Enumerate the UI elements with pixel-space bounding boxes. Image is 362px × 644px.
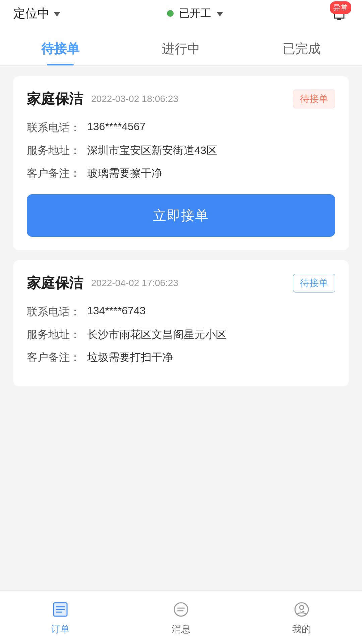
work-status-area[interactable]: 已开工 [167,6,223,21]
order-info-1: 联系电话： 136****4567 服务地址： 深圳市宝安区新安街道43区 客户… [27,120,335,181]
phone-row-2: 联系电话： 134****6743 [27,305,335,319]
nav-item-orders[interactable]: 订单 [50,599,70,636]
tabs-container: 待接单 进行中 已完成 [0,27,362,66]
online-dot-icon [167,10,174,17]
tab-pending-label: 待接单 [41,40,79,57]
accept-order-button-1[interactable]: 立即接单 [27,194,335,237]
address-row-1: 服务地址： 深圳市宝安区新安街道43区 [27,143,335,158]
phone-value-1: 136****4567 [87,120,145,133]
nav-mine-label: 我的 [292,623,311,636]
address-value-1: 深圳市宝安区新安街道43区 [87,143,217,158]
phone-row-1: 联系电话： 136****4567 [27,120,335,135]
nav-item-mine[interactable]: 我的 [292,599,312,636]
svg-point-12 [303,611,304,612]
work-status-arrow-icon [217,12,223,16]
tab-in-progress-label: 进行中 [162,40,200,57]
work-status-text: 已开工 [179,6,211,21]
location-area[interactable]: 定位中 [13,5,60,22]
tab-pending[interactable]: 待接单 [0,27,121,65]
remark-row-2: 客户备注： 垃圾需要打扫干净 [27,350,335,365]
location-arrow-icon [54,12,60,16]
nav-messages-label: 消息 [172,623,190,636]
address-row-2: 服务地址： 长沙市雨花区文昌阁星元小区 [27,327,335,342]
order-header-2: 家庭保洁 2022-04-02 17:06:23 待接单 [27,274,335,292]
orders-icon [50,599,70,620]
order-status-badge-2: 待接单 [293,274,335,292]
order-time-2: 2022-04-02 17:06:23 [91,278,178,288]
order-type-2: 家庭保洁 [27,274,83,292]
svg-rect-0 [337,18,341,20]
tab-pending-underline [47,64,74,65]
remark-value-1: 玻璃需要擦干净 [87,166,162,181]
svg-point-7 [174,603,188,616]
remark-label-2: 客户备注： [27,350,87,365]
tab-completed[interactable]: 已完成 [241,27,362,65]
order-status-badge-1: 待接单 [293,90,335,108]
order-card-2: 家庭保洁 2022-04-02 17:06:23 待接单 联系电话： 134**… [13,260,349,386]
bottom-nav: 订单 消息 我的 [0,590,362,644]
notification-area[interactable]: 异常 [330,4,349,23]
tab-completed-label: 已完成 [283,40,321,57]
phone-value-2: 134****6743 [87,305,145,317]
tab-in-progress[interactable]: 进行中 [121,27,241,65]
order-time-1: 2022-03-02 18:06:23 [91,94,178,104]
remark-value-2: 垃圾需要打扫干净 [87,350,173,365]
address-label-2: 服务地址： [27,327,87,342]
order-header-left-1: 家庭保洁 2022-03-02 18:06:23 [27,90,178,108]
order-card-1: 家庭保洁 2022-03-02 18:06:23 待接单 联系电话： 136**… [13,76,349,250]
svg-point-11 [300,605,304,609]
order-info-2: 联系电话： 134****6743 服务地址： 长沙市雨花区文昌阁星元小区 客户… [27,305,335,365]
order-header-left-2: 家庭保洁 2022-04-02 17:06:23 [27,274,178,292]
nav-item-messages[interactable]: 消息 [171,599,191,636]
abnormal-badge: 异常 [330,1,351,14]
nav-orders-label: 订单 [51,623,70,636]
location-text: 定位中 [13,5,50,22]
remark-row-1: 客户备注： 玻璃需要擦干净 [27,166,335,181]
messages-icon [171,599,191,620]
header: 定位中 已开工 异常 [0,0,362,27]
phone-label-1: 联系电话： [27,120,87,135]
phone-label-2: 联系电话： [27,305,87,319]
content-area: 家庭保洁 2022-03-02 18:06:23 待接单 联系电话： 136**… [0,66,362,569]
mine-icon [292,599,312,620]
order-header-1: 家庭保洁 2022-03-02 18:06:23 待接单 [27,90,335,108]
remark-label-1: 客户备注： [27,166,87,181]
address-value-2: 长沙市雨花区文昌阁星元小区 [87,327,227,342]
address-label-1: 服务地址： [27,143,87,158]
order-type-1: 家庭保洁 [27,90,83,108]
